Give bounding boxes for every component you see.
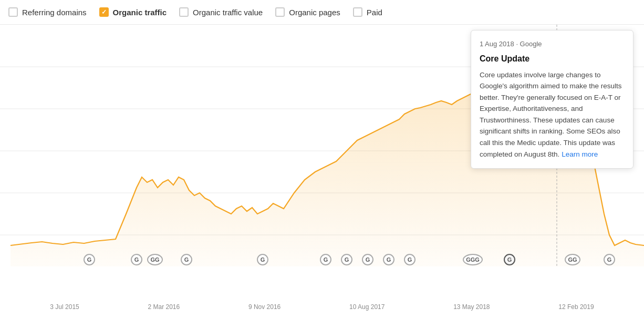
g-marker-8[interactable]: G (362, 254, 373, 265)
g-circle-3[interactable]: GG (147, 254, 163, 265)
g-marker-2[interactable]: G (131, 254, 142, 265)
g-circle-7[interactable]: G (341, 254, 352, 265)
g-marker-13[interactable]: G (604, 254, 615, 265)
g-marker-1[interactable]: G (84, 254, 95, 265)
checkbox-label-pages: Organic pages (289, 8, 340, 17)
g-circle-2[interactable]: G (131, 254, 142, 265)
checkbox-box-organic-value[interactable] (179, 7, 189, 17)
tooltip-title: Core Update (480, 53, 625, 65)
g-marker-3[interactable]: GG (147, 254, 163, 265)
g-circle-6[interactable]: G (320, 254, 331, 265)
x-label-1: 3 Jul 2015 (50, 303, 79, 311)
checkbox-organic-pages[interactable]: Organic pages (275, 7, 340, 17)
g-circle-12[interactable]: GG (565, 254, 580, 265)
checkbox-box-paid[interactable] (353, 7, 362, 17)
g-circle-10[interactable]: G (404, 254, 416, 265)
checkbox-paid[interactable]: Paid (353, 7, 382, 17)
tooltip-popup: 1 Aug 2018 · Google Core Update Core upd… (471, 30, 633, 169)
x-label-5: 13 May 2018 (453, 303, 490, 311)
g-marker-10[interactable]: G (404, 254, 416, 265)
tooltip-body-text: Core updates involve large changes to Go… (480, 71, 621, 158)
x-label-3: 9 Nov 2016 (248, 303, 281, 311)
tooltip-learn-more-link[interactable]: Learn more (562, 150, 598, 158)
g-circle-4[interactable]: G (181, 254, 192, 265)
checkbox-box-pages[interactable] (275, 7, 285, 17)
checkbox-label-referring: Referring domains (22, 8, 87, 17)
tooltip-header: 1 Aug 2018 · Google (480, 39, 625, 49)
g-circle-8[interactable]: G (362, 254, 373, 265)
g-marker-4[interactable]: G (181, 254, 192, 265)
filter-bar: Referring domains Organic traffic Organi… (0, 0, 644, 25)
g-circle-11[interactable]: GGG (463, 254, 483, 265)
checkbox-referring-domains[interactable]: Referring domains (8, 7, 87, 17)
chart-area: G G GG G G G G G G G (0, 25, 644, 317)
g-marker-5[interactable]: G (257, 254, 268, 265)
x-label-6: 12 Feb 2019 (558, 303, 594, 311)
checkbox-organic-traffic[interactable]: Organic traffic (99, 7, 167, 17)
g-circle-5[interactable]: G (257, 254, 268, 265)
g-marker-highlight[interactable]: G (504, 254, 515, 265)
g-circle-9[interactable]: G (383, 254, 394, 265)
g-marker-12[interactable]: GG (565, 254, 580, 265)
checkbox-box-organic[interactable] (99, 7, 109, 17)
g-circle-1[interactable]: G (84, 254, 95, 265)
g-circle-13[interactable]: G (604, 254, 615, 265)
x-label-4: 10 Aug 2017 (349, 303, 385, 311)
g-marker-11[interactable]: GGG (463, 254, 483, 265)
g-marker-6[interactable]: G (320, 254, 331, 265)
checkbox-label-paid: Paid (367, 8, 382, 17)
g-markers-row: G G GG G G G G G G G (0, 278, 644, 291)
checkbox-label-organic-value: Organic traffic value (193, 8, 263, 17)
tooltip-body: Core updates involve large changes to Go… (480, 69, 625, 160)
checkbox-box-referring[interactable] (8, 7, 18, 17)
x-axis-labels: 3 Jul 2015 2 Mar 2016 9 Nov 2016 10 Aug … (0, 303, 644, 311)
g-circle-highlight[interactable]: G (504, 254, 515, 265)
g-marker-9[interactable]: G (383, 254, 394, 265)
x-label-2: 2 Mar 2016 (148, 303, 180, 311)
checkbox-label-organic: Organic traffic (113, 8, 167, 17)
g-marker-7[interactable]: G (341, 254, 352, 265)
checkbox-organic-value[interactable]: Organic traffic value (179, 7, 263, 17)
